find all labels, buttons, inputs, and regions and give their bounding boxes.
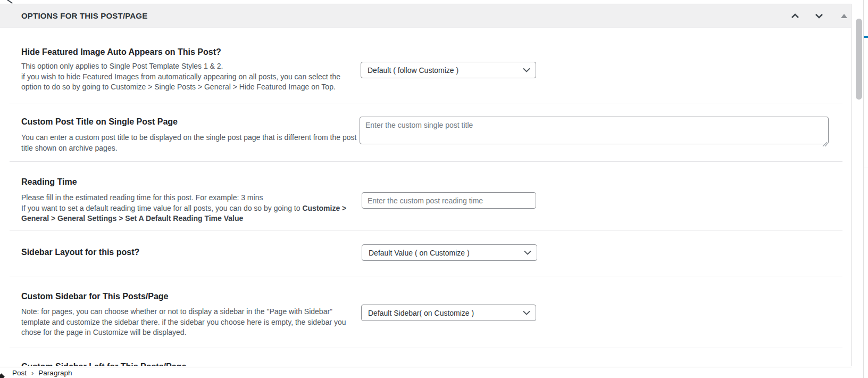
section-divider	[10, 231, 842, 231]
right-panel-divider	[863, 0, 864, 378]
collapse-triangle-icon[interactable]	[841, 14, 847, 18]
section-divider	[10, 348, 842, 348]
chevron-down-icon	[523, 310, 530, 315]
section-heading-reading-time: Reading Time	[21, 177, 77, 187]
chevron-up-icon	[791, 13, 799, 19]
clipped-element-top-left	[6, 0, 13, 4]
section-heading-custom-sidebar: Custom Sidebar for This Posts/Page	[21, 291, 169, 302]
move-up-icon[interactable]	[788, 10, 802, 22]
sidebar-layout-select[interactable]: Default Value ( on Customize )	[362, 244, 537, 261]
section-divider	[10, 103, 842, 103]
right-margin-divider	[863, 168, 868, 168]
meta-box-title: OPTIONS FOR THIS POST/PAGE	[21, 11, 147, 20]
section-heading-custom-sidebar-left: Custom Sidebar Left for This Posts/Page	[21, 361, 186, 366]
chevron-down-icon	[523, 68, 530, 72]
custom-sidebar-select-value: Default Sidebar( on Customize )	[368, 309, 474, 317]
section-desc-custom-post-title: You can enter a custom post title to be …	[21, 133, 356, 153]
section-divider	[10, 161, 842, 162]
custom-reading-time-input[interactable]	[362, 192, 536, 209]
options-meta-box: OPTIONS FOR THIS POST/PAGE Hide Featured…	[0, 4, 852, 366]
breadcrumb-separator-icon: ›	[31, 369, 34, 377]
textarea-resize-handle-icon[interactable]	[821, 141, 828, 147]
custom-sidebar-select[interactable]: Default Sidebar( on Customize )	[361, 305, 536, 321]
section-heading-sidebar-layout: Sidebar Layout for this post?	[21, 247, 139, 258]
section-desc-hide-featured-image: This option only applies to Single Post …	[21, 61, 340, 93]
section-desc-reading-time: Please fill in the estimated reading tim…	[21, 193, 346, 224]
meta-box-header[interactable]: OPTIONS FOR THIS POST/PAGE	[0, 4, 851, 28]
section-divider	[10, 276, 842, 276]
accent-blue-marker	[864, 36, 868, 38]
section-heading-hide-featured-image: Hide Featured Image Auto Appears on This…	[21, 47, 221, 57]
section-desc-custom-sidebar: Note: for pages, you can choose whether …	[21, 307, 346, 338]
sidebar-layout-select-value: Default Value ( on Customize )	[369, 249, 470, 257]
move-down-icon[interactable]	[812, 10, 826, 22]
vertical-scrollbar-thumb[interactable]	[856, 19, 862, 100]
custom-single-post-title-textarea[interactable]	[360, 117, 829, 144]
hide-featured-image-select[interactable]: Default ( follow Customize )	[361, 62, 536, 78]
section-heading-custom-post-title: Custom Post Title on Single Post Page	[21, 117, 178, 127]
chevron-down-icon	[524, 250, 531, 255]
breadcrumb-paragraph[interactable]: Paragraph	[38, 369, 72, 377]
block-breadcrumb-bar: Post › Paragraph	[0, 367, 852, 378]
breadcrumb-post[interactable]: Post	[12, 369, 27, 377]
hide-featured-image-select-value: Default ( follow Customize )	[368, 66, 458, 75]
chevron-down-icon	[815, 13, 823, 19]
